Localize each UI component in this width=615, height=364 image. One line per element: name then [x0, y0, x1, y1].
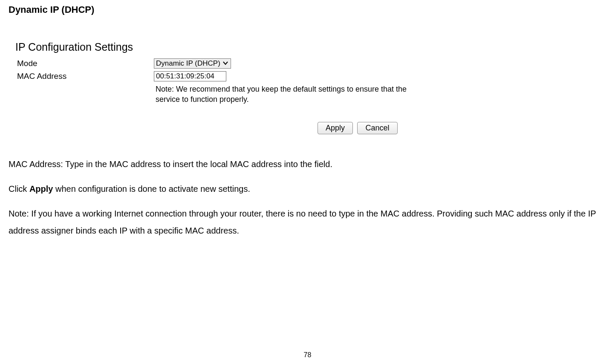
mode-label: Mode	[15, 59, 154, 68]
mac-row: MAC Address	[15, 71, 409, 81]
ip-config-screenshot: IP Configuration Settings Mode Dynamic I…	[9, 37, 413, 143]
apply-button[interactable]: Apply	[318, 122, 353, 134]
mac-label: MAC Address	[15, 72, 154, 81]
paragraph-mac-address: MAC Address: Type in the MAC address to …	[9, 156, 606, 173]
paragraph-click-apply: Click Apply when configuration is done t…	[9, 180, 606, 197]
button-row: Apply Cancel	[156, 122, 409, 134]
mac-address-input[interactable]	[154, 71, 226, 81]
p2-part-a: Click	[9, 184, 29, 194]
chevron-down-icon	[223, 61, 228, 66]
page-number: 78	[0, 351, 615, 359]
page-heading: Dynamic IP (DHCP)	[0, 0, 615, 15]
mode-select-value: Dynamic IP (DHCP)	[156, 59, 220, 68]
mode-select[interactable]: Dynamic IP (DHCP)	[154, 58, 231, 69]
ip-config-title: IP Configuration Settings	[15, 41, 409, 53]
mode-row: Mode Dynamic IP (DHCP)	[15, 58, 409, 69]
settings-note: Note: We recommend that you keep the def…	[156, 84, 409, 105]
body-text: MAC Address: Type in the MAC address to …	[0, 147, 615, 239]
p2-part-c: when configuration is done to activate n…	[53, 184, 250, 194]
p2-part-b-bold: Apply	[29, 184, 53, 194]
cancel-button[interactable]: Cancel	[357, 122, 397, 134]
paragraph-note: Note: If you have a working Internet con…	[9, 205, 606, 239]
